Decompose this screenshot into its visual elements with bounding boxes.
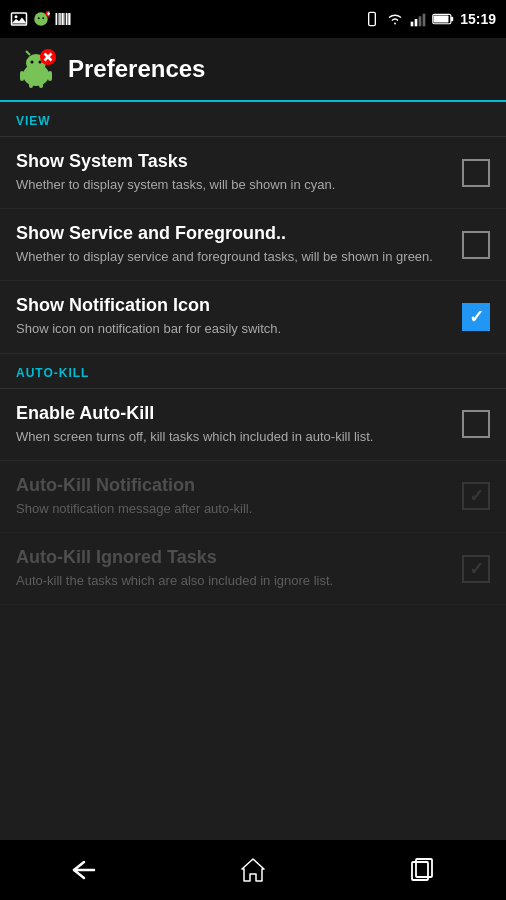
svg-rect-22	[451, 17, 453, 22]
checkbox-show-system-tasks[interactable]	[462, 159, 490, 187]
section-header-view: VIEW	[0, 102, 506, 136]
back-button[interactable]	[54, 850, 114, 890]
android-icon	[32, 10, 50, 28]
pref-summary-show-notification-icon: Show icon on notification bar for easily…	[16, 320, 450, 338]
pref-title-show-system-tasks: Show System Tasks	[16, 151, 450, 172]
content-area: VIEWShow System TasksWhether to display …	[0, 102, 506, 840]
svg-rect-11	[59, 13, 61, 25]
svg-point-26	[31, 61, 34, 64]
picture-icon	[10, 10, 28, 28]
svg-rect-31	[48, 71, 52, 81]
pref-item-show-system-tasks[interactable]: Show System TasksWhether to display syst…	[0, 137, 506, 209]
section-header-auto-kill: AUTO-KILL	[0, 354, 506, 388]
pref-item-auto-kill-ignored-tasks[interactable]: Auto-Kill Ignored TasksAuto-kill the tas…	[0, 533, 506, 605]
wifi-icon	[386, 11, 404, 27]
svg-marker-38	[242, 859, 264, 881]
svg-point-1	[15, 15, 18, 18]
pref-item-enable-auto-kill[interactable]: Enable Auto-KillWhen screen turns off, k…	[0, 389, 506, 461]
checkbox-enable-auto-kill[interactable]	[462, 410, 490, 438]
pref-title-show-notification-icon: Show Notification Icon	[16, 295, 450, 316]
pref-content-enable-auto-kill: Enable Auto-KillWhen screen turns off, k…	[16, 403, 462, 446]
svg-rect-18	[415, 19, 418, 26]
pref-summary-auto-kill-ignored-tasks: Auto-kill the tasks which are also inclu…	[16, 572, 450, 590]
nav-bar	[0, 840, 506, 900]
svg-rect-10	[58, 13, 59, 25]
pref-content-show-service-foreground: Show Service and Foreground..Whether to …	[16, 223, 462, 266]
svg-rect-30	[20, 71, 24, 81]
battery-icon	[432, 12, 454, 26]
pref-item-show-service-foreground[interactable]: Show Service and Foreground..Whether to …	[0, 209, 506, 281]
status-icons-left	[10, 10, 72, 28]
android-logo	[16, 49, 56, 89]
phone-icon	[364, 11, 380, 27]
pref-item-auto-kill-notification[interactable]: Auto-Kill NotificationShow notification …	[0, 461, 506, 533]
svg-line-28	[26, 51, 30, 55]
pref-title-auto-kill-ignored-tasks: Auto-Kill Ignored Tasks	[16, 547, 450, 568]
svg-rect-20	[423, 14, 426, 27]
svg-point-4	[42, 17, 44, 19]
pref-content-auto-kill-notification: Auto-Kill NotificationShow notification …	[16, 475, 462, 518]
svg-rect-12	[62, 13, 64, 25]
pref-summary-show-system-tasks: Whether to display system tasks, will be…	[16, 176, 450, 194]
home-icon	[239, 856, 267, 884]
svg-rect-32	[29, 83, 33, 88]
pref-content-auto-kill-ignored-tasks: Auto-Kill Ignored TasksAuto-kill the tas…	[16, 547, 462, 590]
signal-icon	[410, 11, 426, 27]
recents-icon	[408, 856, 436, 884]
toolbar: Preferences	[0, 38, 506, 102]
pref-title-enable-auto-kill: Enable Auto-Kill	[16, 403, 450, 424]
clock: 15:19	[460, 11, 496, 27]
barcode-icon	[54, 10, 72, 28]
status-icons-right: 15:19	[364, 11, 496, 27]
svg-point-3	[38, 17, 40, 19]
pref-title-show-service-foreground: Show Service and Foreground..	[16, 223, 450, 244]
pref-content-show-system-tasks: Show System TasksWhether to display syst…	[16, 151, 462, 194]
svg-rect-5	[38, 20, 44, 23]
pref-summary-show-service-foreground: Whether to display service and foregroun…	[16, 248, 450, 266]
home-button[interactable]	[223, 850, 283, 890]
pref-content-show-notification-icon: Show Notification IconShow icon on notif…	[16, 295, 462, 338]
svg-rect-23	[434, 15, 449, 22]
pref-summary-auto-kill-notification: Show notification message after auto-kil…	[16, 500, 450, 518]
recents-button[interactable]	[392, 850, 452, 890]
svg-rect-33	[39, 83, 43, 88]
svg-rect-9	[56, 13, 58, 25]
svg-rect-16	[369, 12, 376, 25]
svg-rect-17	[411, 22, 414, 27]
checkbox-show-service-foreground[interactable]	[462, 231, 490, 259]
svg-rect-14	[66, 13, 68, 25]
pref-summary-enable-auto-kill: When screen turns off, kill tasks which …	[16, 428, 450, 446]
checkbox-auto-kill-ignored-tasks[interactable]: ✓	[462, 555, 490, 583]
svg-rect-13	[65, 13, 66, 25]
status-bar: 15:19	[0, 0, 506, 38]
pref-item-show-notification-icon[interactable]: Show Notification IconShow icon on notif…	[0, 281, 506, 353]
svg-rect-19	[419, 16, 422, 26]
page-title: Preferences	[68, 55, 205, 83]
back-icon	[70, 858, 98, 882]
svg-rect-15	[68, 13, 70, 25]
checkbox-auto-kill-notification[interactable]: ✓	[462, 482, 490, 510]
pref-title-auto-kill-notification: Auto-Kill Notification	[16, 475, 450, 496]
checkbox-show-notification-icon[interactable]: ✓	[462, 303, 490, 331]
